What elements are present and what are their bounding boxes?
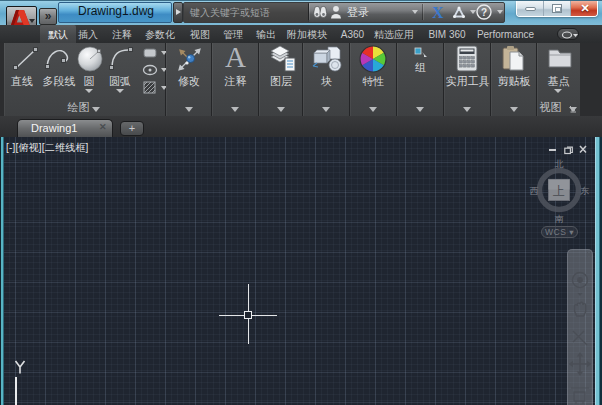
svg-text:北: 北 bbox=[555, 159, 564, 169]
svg-text:南: 南 bbox=[555, 214, 564, 224]
svg-text:东: 东 bbox=[580, 186, 590, 196]
svg-text:?: ? bbox=[481, 7, 487, 18]
svg-text:X: X bbox=[432, 4, 444, 20]
svg-text:上: 上 bbox=[553, 184, 565, 198]
svg-text:西: 西 bbox=[530, 186, 539, 196]
